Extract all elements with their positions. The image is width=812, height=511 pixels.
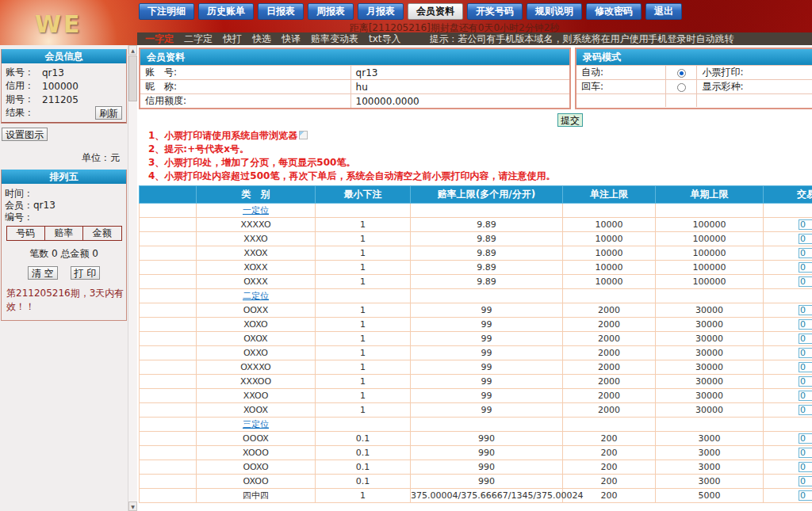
odds-row: XXXOO199200030000 xyxy=(140,375,812,389)
rebate-input[interactable] xyxy=(799,490,812,501)
rebate-input[interactable] xyxy=(799,405,812,415)
odds-empty-cell xyxy=(140,318,197,332)
odds-header-blank xyxy=(140,186,197,204)
top-nav-button[interactable]: 开奖号码 xyxy=(467,3,523,20)
rebate-input[interactable] xyxy=(799,234,812,244)
member-label: 会员：qr13 xyxy=(2,198,126,210)
odds-row: XXXXO19.8910000100000 xyxy=(140,218,812,232)
top-nav-button[interactable]: 日报表 xyxy=(258,3,304,20)
sidebar-scrollbar[interactable]: ▲ ▼ xyxy=(128,45,137,511)
time-label: 时间： xyxy=(2,186,126,198)
submenu-item[interactable]: 一字定 xyxy=(145,32,174,45)
odds-bet-limit: 2000 xyxy=(563,318,656,332)
rebate-input[interactable] xyxy=(799,391,812,401)
odds-bet-limit: 2000 xyxy=(563,403,656,418)
odds-period-limit: 3000 xyxy=(656,446,764,460)
rebate-input[interactable] xyxy=(799,376,812,387)
submenu-item[interactable]: 二字定 xyxy=(184,32,213,45)
odds-bet-limit: 10000 xyxy=(563,232,656,246)
odds-category: OXOO xyxy=(197,475,316,489)
rebate-input[interactable] xyxy=(799,319,812,330)
top-nav-button[interactable]: 规则说明 xyxy=(527,3,582,20)
settings-button[interactable]: 设置图示 xyxy=(2,128,48,141)
odds-empty-cell xyxy=(140,446,197,460)
rebate-input[interactable] xyxy=(799,448,812,458)
rebate-input[interactable] xyxy=(799,248,812,258)
top-panels-row: 会员资料 账 号:qr13昵 称:hu信用额度:100000.0000 录码模式… xyxy=(139,48,812,109)
odds-period-limit: 3000 xyxy=(656,432,764,446)
sidebar: 会员信息 账号：qr13信用：100000期号：211205结果：刷新 设置图示… xyxy=(0,45,128,511)
mode-label: 回车: xyxy=(576,80,666,94)
bet-col-odds: 赔率 xyxy=(44,227,82,241)
odds-min-bet: 1 xyxy=(316,332,411,346)
top-nav-button[interactable]: 历史账单 xyxy=(198,3,254,20)
odds-group-link[interactable]: 一定位 xyxy=(243,205,269,215)
odds-bet-limit: 10000 xyxy=(563,246,656,261)
top-nav-button[interactable]: 下注明细 xyxy=(139,3,194,20)
odds-rebate-cell xyxy=(764,460,812,475)
odds-row: OXOO0.19902003000 xyxy=(140,475,812,489)
bet-slip-body: 时间： 会员：qr13 编号： 号码 赔率 金额 笔数 0 总金额 0 清 空 … xyxy=(2,184,126,320)
odds-empty-cell xyxy=(140,261,197,275)
rebate-input[interactable] xyxy=(799,334,812,344)
odds-empty-cell xyxy=(140,475,197,489)
radio-button[interactable] xyxy=(677,69,686,78)
radio-button[interactable] xyxy=(677,83,686,92)
top-nav-button[interactable]: 周报表 xyxy=(308,3,354,20)
submenu-item[interactable]: 快选 xyxy=(252,32,271,45)
rebate-input[interactable] xyxy=(799,362,812,372)
top-nav-button[interactable]: 月报表 xyxy=(358,3,404,20)
odds-rebate-cell xyxy=(764,475,812,489)
top-nav: 下注明细历史账单日报表周报表月报表会员资料开奖号码规则说明修改密码退出 xyxy=(139,3,682,20)
mode-label-secondary: 小票打印: xyxy=(697,66,812,80)
rebate-input[interactable] xyxy=(799,305,812,315)
odds-group-link[interactable]: 二定位 xyxy=(243,291,269,301)
mobile-tip-text: 提示：若公司有手机版本域名，则系统将在用户使用手机登录时自动跳转 xyxy=(430,32,734,45)
print-button[interactable]: 打 印 xyxy=(71,266,101,280)
rebate-input[interactable] xyxy=(799,262,812,273)
rebate-input[interactable] xyxy=(799,276,812,287)
odds-period-limit: 30000 xyxy=(656,360,764,375)
rebate-input[interactable] xyxy=(799,219,812,230)
rebate-input[interactable] xyxy=(799,476,812,486)
submit-button[interactable]: 提交 xyxy=(557,113,583,127)
odds-max-odds: 990 xyxy=(411,446,563,460)
odds-empty-cell xyxy=(316,289,411,303)
scroll-down-icon[interactable]: ▼ xyxy=(128,501,137,511)
submenu-item[interactable]: 快打 xyxy=(223,32,242,45)
odds-group-row: 二定位 xyxy=(140,289,812,303)
odds-empty-cell xyxy=(764,418,812,432)
rebate-input[interactable] xyxy=(799,433,812,444)
odds-group-link[interactable]: 三定位 xyxy=(243,419,269,429)
odds-empty-cell xyxy=(411,289,563,303)
odds-bet-limit: 2000 xyxy=(563,346,656,360)
odds-empty-cell xyxy=(316,418,411,432)
scrollbar-thumb[interactable] xyxy=(128,55,137,101)
top-nav-button[interactable]: 会员资料 xyxy=(408,3,463,20)
notice-line: 1、小票打印请使用系统自带浏览器 xyxy=(148,129,812,143)
refresh-button[interactable]: 刷新 xyxy=(95,106,122,120)
submenu-item[interactable]: txt导入 xyxy=(369,32,401,45)
submenu-item[interactable]: 快译 xyxy=(282,32,301,45)
rebate-input[interactable] xyxy=(799,462,812,472)
rebate-input[interactable] xyxy=(799,348,812,358)
odds-max-odds: 99 xyxy=(411,375,563,389)
bet-slip-title: 排列五 xyxy=(2,170,126,184)
odds-max-odds: 99 xyxy=(411,360,563,375)
submenu-item[interactable]: 赔率变动表 xyxy=(311,32,358,45)
member-info-row: 期号：211205 xyxy=(2,93,126,106)
odds-period-limit: 100000 xyxy=(656,218,764,232)
odds-category: OXXX xyxy=(197,275,316,289)
odds-max-odds: 9.89 xyxy=(411,246,563,261)
notice-text: 1、小票打印请使用系统自带浏览器 xyxy=(148,130,297,141)
odds-rebate-cell xyxy=(764,346,812,360)
odds-period-limit: 100000 xyxy=(656,232,764,246)
odds-bet-limit: 2000 xyxy=(563,360,656,375)
scroll-up-icon[interactable]: ▲ xyxy=(128,45,137,55)
odds-empty-cell xyxy=(140,275,197,289)
odds-max-odds: 99 xyxy=(411,403,563,418)
top-nav-button[interactable]: 修改密码 xyxy=(586,3,642,20)
odds-bet-limit: 10000 xyxy=(563,261,656,275)
top-nav-button[interactable]: 退出 xyxy=(645,3,682,20)
clear-button[interactable]: 清 空 xyxy=(28,266,58,280)
